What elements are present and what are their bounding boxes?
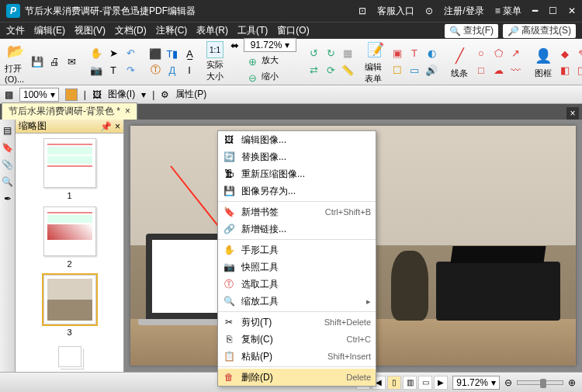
ctx-select[interactable]: Ⓣ选取工具: [218, 276, 376, 293]
rotate-l-icon[interactable]: ↺: [306, 46, 321, 61]
side-attach-icon[interactable]: 📎: [2, 158, 14, 171]
document-tab[interactable]: 节后水果消费调研-背景色 *×: [2, 102, 137, 120]
tool-f[interactable]: I: [182, 62, 197, 78]
stamp-3[interactable]: ◧: [557, 62, 573, 78]
stamp-4[interactable]: ◨: [574, 62, 582, 78]
menu-tool[interactable]: 工具(T): [237, 24, 268, 37]
redo-icon[interactable]: ↷: [123, 63, 138, 78]
shape-2[interactable]: ⬠: [490, 46, 506, 61]
ruler-icon[interactable]: 📏: [340, 63, 355, 78]
shape-5[interactable]: ☁: [490, 63, 506, 78]
image-tool-icon[interactable]: 🖼: [92, 89, 102, 100]
grid-icon[interactable]: ▦: [340, 46, 355, 61]
text-icon[interactable]: T: [106, 63, 121, 78]
edit-t6[interactable]: 🔊: [424, 63, 439, 78]
ctx-bookmark[interactable]: 🔖新增书签Ctrl+Shift+B: [218, 203, 376, 220]
thumbnail-page[interactable]: [43, 138, 96, 188]
prop-icon[interactable]: ⚙: [161, 89, 169, 100]
side-sign-icon[interactable]: ✒: [2, 193, 14, 205]
minimize-button[interactable]: ━: [532, 5, 538, 16]
editform-button[interactable]: 📝编辑表单: [365, 40, 386, 85]
zoomin-icon[interactable]: ⊕: [244, 54, 260, 70]
tool-c[interactable]: A̲: [182, 46, 197, 61]
edit-t2[interactable]: T: [407, 46, 422, 61]
menu-doc[interactable]: 文档(D): [115, 24, 147, 37]
pattern-icon[interactable]: ▩: [5, 89, 13, 100]
ctx-copy[interactable]: ⎘复制(C)Ctrl+C: [218, 331, 376, 348]
ctx-saveas[interactable]: 💾图像另存为...: [218, 182, 376, 199]
snapshot-icon[interactable]: 📷: [88, 63, 104, 78]
pin-icon[interactable]: 📌: [100, 121, 112, 132]
shape-4[interactable]: □: [473, 63, 489, 78]
zoom-slider[interactable]: [517, 380, 563, 385]
edit-t1[interactable]: ▣: [390, 46, 405, 61]
ctx-cut[interactable]: ✂剪切(T)Shift+Delete: [218, 314, 376, 331]
menu-file[interactable]: 文件: [6, 24, 25, 37]
edit-t3[interactable]: ◐: [424, 46, 439, 61]
tabs-close-button[interactable]: ×: [566, 107, 579, 120]
save-icon[interactable]: 💾: [29, 54, 45, 70]
undo-icon[interactable]: ↶: [123, 46, 138, 61]
zoomout-icon[interactable]: ⊖: [244, 71, 260, 86]
shape-3[interactable]: ↗: [508, 46, 523, 61]
ctx-link[interactable]: 🔗新增链接...: [218, 220, 376, 238]
support-icon[interactable]: ⊡: [359, 5, 366, 16]
thumbnail-page[interactable]: [43, 275, 96, 324]
ctx-delete[interactable]: 🗑删除(D)Delete: [218, 369, 376, 386]
edit-t4[interactable]: ☐: [390, 63, 405, 78]
flip-icon[interactable]: ⇄: [306, 63, 321, 78]
tool-a[interactable]: ⬛: [147, 46, 163, 61]
line-button[interactable]: ╱线条: [449, 40, 470, 85]
menu-comment[interactable]: 注释(C): [156, 24, 188, 37]
thumbnail-page[interactable]: [43, 206, 96, 256]
open-button[interactable]: 📂打开(O)...: [5, 40, 26, 85]
tab-close-icon[interactable]: ×: [125, 106, 130, 116]
ctx-zoom[interactable]: 🔍缩放工具▸: [218, 293, 376, 310]
side-bookmark-icon[interactable]: 🔖: [2, 141, 14, 154]
shape-1[interactable]: ○: [473, 46, 489, 61]
nav-facing-icon[interactable]: ▭: [418, 376, 432, 390]
nav-next-icon[interactable]: ▶: [434, 376, 448, 390]
ctx-replace-image[interactable]: 🔄替换图像...: [218, 148, 376, 165]
chevron-down-icon[interactable]: ▾: [141, 89, 146, 100]
stamp-2[interactable]: ✎: [574, 46, 582, 61]
user-icon[interactable]: ⊙: [425, 5, 433, 16]
select-icon[interactable]: ➤: [106, 46, 121, 61]
tool-d[interactable]: Ⓣ: [147, 62, 163, 78]
mail-icon[interactable]: ✉: [64, 54, 79, 70]
zoom-value[interactable]: 91.72%: [251, 40, 282, 50]
menu-view[interactable]: 视图(V): [74, 24, 106, 37]
close-button[interactable]: ✕: [568, 5, 576, 16]
find-button[interactable]: 🔍查找(F): [445, 24, 498, 38]
refresh-icon[interactable]: ⟳: [323, 63, 338, 78]
zoomin-icon[interactable]: ⊕: [568, 377, 576, 388]
side-search-icon[interactable]: 🔍: [2, 175, 14, 188]
panel-close-icon[interactable]: ×: [115, 121, 120, 132]
nav-single-icon[interactable]: ▯: [387, 376, 401, 390]
rotate-r-icon[interactable]: ↻: [323, 46, 338, 61]
ctx-edit-image[interactable]: 🖼编辑图像...: [218, 131, 376, 148]
ctx-recompress[interactable]: 🗜重新压缩图像...: [218, 165, 376, 182]
status-zoom[interactable]: 91.72%▾: [452, 376, 500, 390]
image-button[interactable]: 👤图框: [532, 40, 554, 85]
menu-button[interactable]: ≡ 菜单: [495, 5, 521, 18]
adv-find-button[interactable]: 🔎高级查找(S): [503, 24, 576, 38]
stamp-1[interactable]: ◆: [557, 46, 573, 61]
color-swatch[interactable]: [65, 88, 78, 101]
image-tool-label[interactable]: 图像(I): [108, 88, 135, 101]
menu-edit[interactable]: 编辑(E): [34, 24, 65, 37]
fit-width-icon[interactable]: ⬌: [227, 38, 242, 54]
zoom-select[interactable]: 100%▾: [19, 88, 59, 102]
zoomout-icon[interactable]: ⊖: [504, 377, 512, 388]
tool-b[interactable]: T▮: [165, 46, 180, 61]
menu-window[interactable]: 窗口(O): [277, 24, 309, 37]
edit-t5[interactable]: ▭: [407, 63, 422, 78]
menu-form[interactable]: 表单(R): [196, 24, 228, 37]
shape-6[interactable]: 〰: [508, 63, 523, 78]
chevron-down-icon[interactable]: ▾: [285, 40, 289, 50]
maximize-button[interactable]: ☐: [549, 5, 557, 16]
login-label[interactable]: 注册/登录: [444, 5, 483, 18]
prop-label[interactable]: 属性(P): [175, 88, 206, 101]
realsize-button[interactable]: 1:1实际大小: [206, 40, 223, 85]
side-thumbs-ict[interactable]: ▤: [2, 124, 14, 137]
